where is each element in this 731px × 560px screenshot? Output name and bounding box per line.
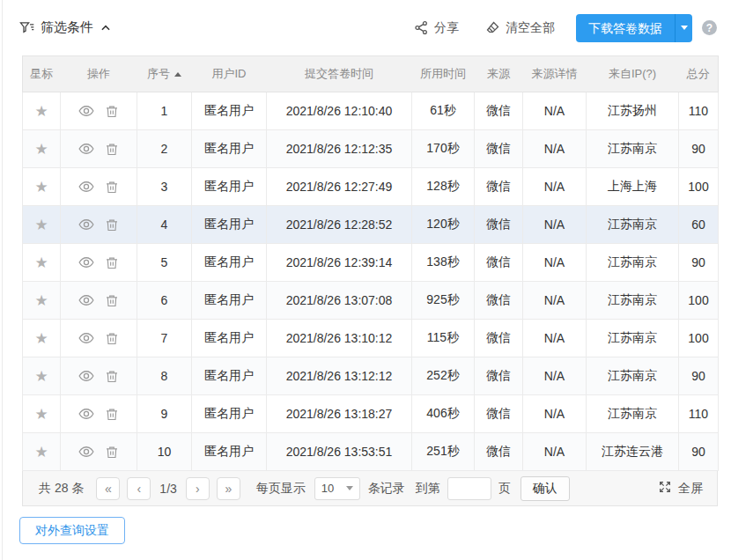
page-size-select[interactable]: 10 bbox=[314, 477, 360, 500]
confirm-button[interactable]: 确认 bbox=[521, 476, 570, 501]
cell-seq: 9 bbox=[137, 395, 192, 433]
cell-seq: 4 bbox=[137, 206, 192, 244]
clear-all-button[interactable]: 清空全部 bbox=[485, 20, 555, 36]
view-icon[interactable] bbox=[78, 444, 94, 460]
help-icon[interactable]: ? bbox=[702, 20, 717, 35]
cell-submit_time: 2021/8/26 12:27:49 bbox=[267, 168, 412, 206]
share-label: 分享 bbox=[434, 20, 459, 36]
fullscreen-button[interactable]: 全屏 bbox=[658, 480, 703, 497]
goto-page-input[interactable] bbox=[447, 477, 491, 500]
last-page-button[interactable]: » bbox=[217, 477, 240, 500]
cell-user_id: 匿名用户 bbox=[192, 282, 267, 320]
cell-seq: 6 bbox=[137, 282, 192, 320]
cell-ip: 江苏南京 bbox=[587, 282, 679, 320]
delete-icon[interactable] bbox=[105, 142, 119, 157]
share-icon bbox=[414, 20, 429, 35]
star-icon[interactable]: ★ bbox=[34, 368, 48, 385]
cell-source: 微信 bbox=[475, 433, 523, 471]
row-operations bbox=[64, 330, 133, 346]
view-icon[interactable] bbox=[78, 217, 94, 232]
view-icon[interactable] bbox=[78, 141, 94, 157]
cell-user_id: 匿名用户 bbox=[192, 130, 267, 168]
row-operations bbox=[64, 103, 133, 119]
delete-icon[interactable] bbox=[105, 217, 119, 232]
delete-icon[interactable] bbox=[105, 331, 119, 346]
cell-user_id: 匿名用户 bbox=[192, 244, 267, 282]
cell-user_id: 匿名用户 bbox=[192, 92, 267, 130]
view-icon[interactable] bbox=[78, 254, 94, 270]
cell-ip: 江苏南京 bbox=[587, 244, 679, 282]
view-icon[interactable] bbox=[78, 406, 94, 422]
cell-duration: 61秒 bbox=[412, 92, 475, 130]
filter-conditions-toggle[interactable]: 筛选条件 bbox=[19, 19, 112, 36]
caret-down-icon bbox=[681, 26, 688, 30]
column-header[interactable]: 序号 bbox=[137, 56, 192, 92]
cell-duration: 128秒 bbox=[412, 168, 475, 206]
delete-icon[interactable] bbox=[105, 445, 119, 460]
column-header: 星标 bbox=[23, 56, 61, 92]
download-dropdown-toggle[interactable] bbox=[675, 14, 692, 42]
page-unit-label: 页 bbox=[498, 481, 511, 497]
table-row: ★8匿名用户2021/8/26 13:12:12252秒微信N/A江苏南京90 bbox=[23, 357, 719, 395]
delete-icon[interactable] bbox=[105, 369, 119, 384]
filter-icon bbox=[19, 20, 34, 35]
row-operations bbox=[64, 292, 133, 308]
star-icon[interactable]: ★ bbox=[34, 444, 48, 461]
cell-ip: 江苏南京 bbox=[587, 206, 679, 244]
column-header: 来源 bbox=[475, 56, 523, 92]
view-icon[interactable] bbox=[78, 103, 94, 119]
column-header: 操作 bbox=[61, 56, 137, 92]
page-size-value: 10 bbox=[321, 482, 334, 495]
star-icon[interactable]: ★ bbox=[34, 254, 48, 271]
outer-query-settings-button[interactable]: 对外查询设置 bbox=[19, 517, 125, 544]
total-count-label: 共 28 条 bbox=[39, 481, 84, 497]
column-header-label: 提交答卷时间 bbox=[305, 67, 373, 80]
star-icon[interactable]: ★ bbox=[34, 103, 48, 120]
cell-source: 微信 bbox=[475, 282, 523, 320]
star-icon[interactable]: ★ bbox=[34, 330, 48, 347]
view-icon[interactable] bbox=[78, 292, 94, 308]
cell-score: 90 bbox=[679, 130, 719, 168]
view-icon[interactable] bbox=[78, 179, 94, 195]
column-header: 所用时间 bbox=[412, 56, 475, 92]
prev-page-button[interactable]: ‹ bbox=[127, 477, 151, 500]
cell-source_detail: N/A bbox=[523, 92, 587, 130]
cell-user_id: 匿名用户 bbox=[192, 168, 267, 206]
cell-user_id: 匿名用户 bbox=[192, 433, 267, 471]
cell-ip: 江苏南京 bbox=[587, 395, 679, 433]
first-page-button[interactable]: « bbox=[96, 477, 120, 500]
table-row: ★7匿名用户2021/8/26 13:10:12115秒微信N/A江苏南京100 bbox=[23, 320, 719, 357]
star-icon[interactable]: ★ bbox=[34, 406, 48, 423]
star-icon[interactable]: ★ bbox=[34, 292, 48, 309]
delete-icon[interactable] bbox=[105, 293, 119, 308]
column-header: 用户ID bbox=[192, 56, 267, 92]
panel-left-border bbox=[2, 0, 3, 560]
goto-page-label: 到第 bbox=[416, 481, 440, 497]
delete-icon[interactable] bbox=[105, 407, 119, 422]
cell-duration: 120秒 bbox=[412, 206, 475, 244]
download-answers-button[interactable]: 下载答卷数据 bbox=[576, 14, 675, 42]
cell-score: 110 bbox=[679, 395, 719, 433]
delete-icon[interactable] bbox=[105, 180, 119, 195]
cell-source: 微信 bbox=[475, 206, 523, 244]
column-header: 来源详情 bbox=[523, 56, 587, 92]
view-icon[interactable] bbox=[78, 368, 94, 384]
filter-conditions-label: 筛选条件 bbox=[41, 19, 93, 36]
cell-duration: 406秒 bbox=[412, 395, 475, 433]
delete-icon[interactable] bbox=[105, 104, 119, 119]
star-icon[interactable]: ★ bbox=[34, 141, 48, 158]
star-icon[interactable]: ★ bbox=[34, 217, 48, 233]
chevron-down-icon bbox=[346, 486, 353, 490]
toolbar: 筛选条件 分享 清空全部 下载答卷数据 ? bbox=[0, 0, 731, 55]
view-icon[interactable] bbox=[78, 330, 94, 346]
cell-submit_time: 2021/8/26 13:07:08 bbox=[267, 282, 412, 320]
download-split-button: 下载答卷数据 bbox=[576, 14, 692, 42]
delete-icon[interactable] bbox=[105, 255, 119, 270]
share-button[interactable]: 分享 bbox=[414, 20, 459, 36]
cell-submit_time: 2021/8/26 13:18:27 bbox=[267, 395, 412, 433]
column-header-label: 来源 bbox=[487, 67, 510, 80]
cell-source: 微信 bbox=[475, 357, 523, 395]
next-page-button[interactable]: › bbox=[186, 477, 210, 500]
star-icon[interactable]: ★ bbox=[34, 179, 48, 195]
table-footer: 共 28 条 « ‹ 1/3 › » 每页显示 10 条记录 到第 页 确认 全… bbox=[22, 471, 718, 506]
